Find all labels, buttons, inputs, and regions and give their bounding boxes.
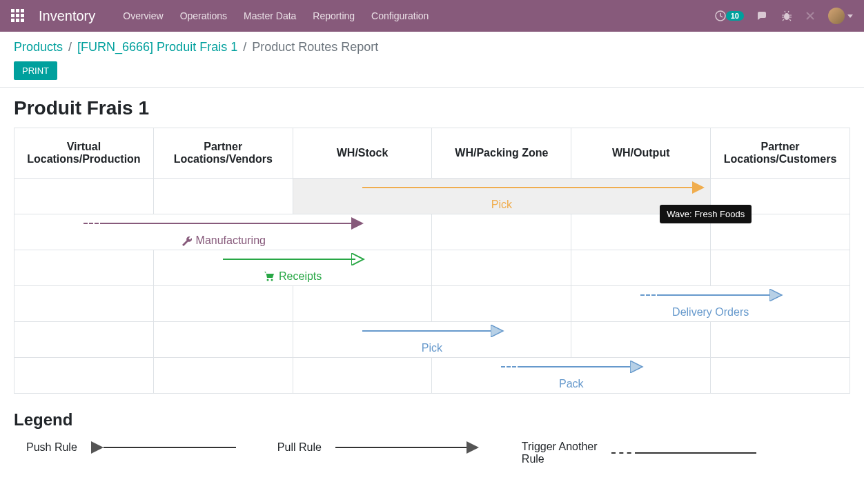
legend-label: Push Rule — [26, 441, 77, 454]
rule-row: Pick — [14, 322, 850, 358]
breadcrumb-sep: / — [243, 40, 246, 54]
table-header-row: Virtual Locations/Production Partner Loc… — [14, 128, 850, 179]
apps-icon[interactable] — [11, 9, 25, 23]
activities-icon[interactable]: 10 — [715, 10, 744, 21]
col-header: Virtual Locations/Production — [14, 128, 154, 179]
rule-manufacturing[interactable]: Manufacturing — [14, 214, 431, 250]
rule-row: Delivery Orders — [14, 286, 850, 322]
rule-row: Pack — [14, 358, 850, 394]
legend-label: Trigger Another Rule — [522, 441, 598, 465]
activity-count-badge: 10 — [726, 11, 744, 21]
topbar: Inventory Overview Operations Master Dat… — [0, 0, 864, 32]
app-title[interactable]: Inventory — [39, 8, 95, 24]
rule-label: Pick — [491, 199, 512, 211]
nav-operations[interactable]: Operations — [180, 10, 227, 21]
debug-icon[interactable] — [781, 10, 792, 21]
print-button[interactable]: PRINT — [14, 61, 57, 80]
wrench-icon — [181, 235, 192, 246]
tooltip: Wave: Fresh Foods — [660, 205, 752, 223]
svg-point-1 — [784, 13, 789, 20]
rule-label: Receipts — [279, 270, 322, 283]
legend-title: Legend — [14, 410, 850, 430]
nav-configuration[interactable]: Configuration — [371, 10, 429, 21]
legend-label: Pull Rule — [277, 441, 322, 454]
breadcrumb-current: Product Routes Report — [252, 40, 378, 54]
nav-overview[interactable]: Overview — [123, 10, 163, 21]
topbar-right: 10 — [715, 8, 853, 24]
legend-trigger-rule: Trigger Another Rule — [522, 441, 756, 465]
rule-label: Pack — [559, 378, 584, 390]
col-header: WH/Stock — [293, 128, 432, 179]
legend-push-rule: Push Rule — [26, 441, 236, 454]
rule-pack[interactable]: Pack — [432, 358, 710, 393]
avatar — [828, 8, 845, 24]
legend-pull-rule: Pull Rule — [277, 441, 480, 454]
breadcrumb-sep: / — [68, 40, 72, 54]
svg-point-3 — [271, 279, 273, 281]
col-header: Partner Locations/Customers — [711, 128, 850, 179]
nav-master-data[interactable]: Master Data — [244, 10, 296, 21]
nav-reporting[interactable]: Reporting — [313, 10, 355, 21]
breadcrumb: Products / [FURN_6666] Produit Frais 1 /… — [14, 40, 850, 54]
col-header: WH/Output — [571, 128, 711, 179]
rule-label: Delivery Orders — [672, 306, 749, 319]
legend: Push Rule Pull Rule Trigger Another Rule — [14, 441, 850, 465]
cart-icon — [264, 271, 275, 282]
discuss-icon[interactable] — [756, 10, 769, 21]
rule-row: Pick Wave: Fresh Foods — [14, 179, 850, 214]
rule-label: Pick — [422, 342, 442, 354]
chevron-down-icon — [847, 14, 853, 18]
content: Produit Frais 1 Virtual Locations/Produc… — [0, 88, 864, 475]
user-menu[interactable] — [828, 8, 853, 24]
col-header: Partner Locations/Vendors — [153, 128, 293, 179]
rule-receipts[interactable]: Receipts — [154, 250, 432, 285]
col-header: WH/Packing Zone — [432, 128, 571, 179]
rule-label: Manufacturing — [196, 234, 266, 247]
rule-pick-wave[interactable]: Pick — [293, 179, 710, 214]
rule-delivery-orders[interactable]: Delivery Orders — [571, 286, 850, 321]
tools-icon[interactable] — [805, 10, 816, 21]
svg-point-2 — [267, 279, 269, 281]
subheader: Products / [FURN_6666] Produit Frais 1 /… — [0, 32, 864, 88]
page-title: Produit Frais 1 — [14, 97, 850, 119]
rule-row: Receipts — [14, 250, 850, 286]
breadcrumb-product[interactable]: [FURN_6666] Produit Frais 1 — [77, 40, 237, 54]
rule-pick[interactable]: Pick — [293, 322, 571, 357]
breadcrumb-products[interactable]: Products — [14, 40, 63, 54]
nav-menu: Overview Operations Master Data Reportin… — [123, 10, 714, 21]
routes-table: Virtual Locations/Production Partner Loc… — [14, 128, 850, 394]
